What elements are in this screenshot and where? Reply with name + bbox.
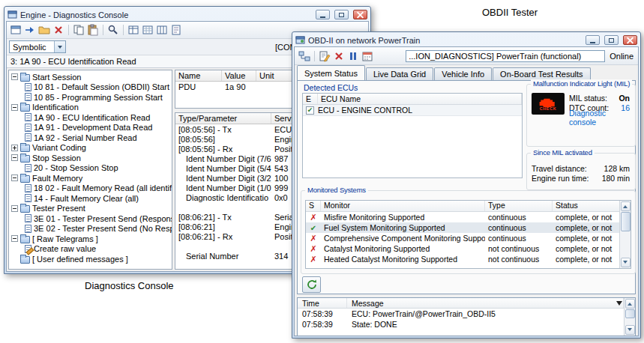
vertical-scrollbar[interactable] (619, 201, 631, 268)
tree-item-label: 20 - Stop Session Stop (34, 163, 118, 172)
tree-item-label: 14 - Fault Memory Clear (all) (34, 194, 139, 203)
find-icon[interactable] (106, 23, 120, 37)
folder-icon (20, 236, 30, 243)
copy-icon[interactable] (72, 23, 85, 37)
toolbar-separator (68, 25, 69, 35)
delete-icon[interactable] (52, 23, 65, 37)
tab-onboard-test-results[interactable]: On-Board Test Results (493, 67, 590, 80)
column-header[interactable]: Time (298, 298, 347, 308)
tree-folder[interactable]: Identification (9, 103, 172, 113)
tree-folder[interactable]: [ Raw Telegrams ] (9, 234, 172, 244)
delete-icon[interactable] (332, 49, 346, 63)
pause-icon[interactable] (346, 49, 360, 63)
report-icon[interactable] (169, 23, 183, 37)
grid-icon[interactable] (141, 23, 154, 37)
since-mil-group: Since MIL activated Travel distance:128 … (526, 153, 636, 190)
column-header[interactable]: ECU Name (318, 94, 522, 104)
title-bar[interactable]: Engine - Diagnostics Console (6, 8, 369, 21)
close-button[interactable] (623, 35, 637, 45)
scroll-down-button[interactable] (621, 258, 631, 267)
document-icon (25, 225, 31, 233)
tab-system-status[interactable]: System Status (297, 65, 365, 80)
scrollbar-thumb[interactable] (621, 212, 631, 231)
tree-folder[interactable]: Fault Memory (9, 173, 172, 183)
log-row[interactable]: 07:58:39ECU: PowerTrain/@PowerTrain_OBD-… (298, 309, 635, 319)
ecu-row[interactable]: ECU - ENGINE CONTROL (303, 105, 522, 116)
expand-icon[interactable] (11, 145, 18, 151)
document-icon (25, 93, 31, 101)
tree-folder[interactable]: Variant Coding (9, 143, 172, 154)
column-header[interactable]: E (303, 94, 318, 104)
column-header[interactable]: Monitor (321, 201, 485, 211)
tab-live-data-grid[interactable]: Live Data Grid (366, 67, 433, 80)
paste-icon[interactable] (86, 23, 100, 37)
tree-folder[interactable]: Stop Session (9, 153, 172, 163)
maximize-icon (339, 13, 344, 17)
tree-item[interactable]: 20 - Stop Session Stop (9, 163, 172, 174)
collapse-icon[interactable] (11, 205, 18, 212)
scrollbar-thumb[interactable] (625, 309, 635, 318)
scroll-up-button[interactable] (625, 299, 635, 309)
minimize-button[interactable] (586, 35, 600, 45)
monitor-row[interactable]: Misfire Monitoring Supportedcontinuousco… (306, 212, 631, 222)
table-icon[interactable] (127, 23, 140, 37)
tree-item[interactable]: 10 85 - Programming Session Start (9, 92, 172, 103)
monitor-row[interactable]: Heated Catalyst Monitoring Supportednot … (306, 254, 631, 264)
collapse-icon[interactable] (11, 174, 18, 181)
column-header[interactable]: Status (553, 201, 619, 211)
send-icon[interactable] (23, 23, 37, 37)
ecu-checkbox-checked[interactable] (306, 106, 314, 115)
symbolic-select[interactable]: Symbolic (9, 40, 66, 53)
tree-folder[interactable]: Tester Present (9, 204, 172, 214)
column-header[interactable]: Message (347, 298, 624, 308)
combo-dropdown-button[interactable] (54, 41, 65, 52)
tree-item[interactable]: Create raw value (9, 244, 172, 255)
tree-item[interactable]: 1A 90 - ECU Identification Read (9, 112, 172, 123)
column-header[interactable]: Name (175, 70, 222, 81)
monitor-type: not continuous (485, 244, 553, 253)
console-icon[interactable] (9, 23, 22, 37)
tab-vehicle-info[interactable]: Vehicle Info (434, 67, 492, 80)
tree-item[interactable]: 1A 92 - Serial Number Read (9, 133, 172, 143)
column-header[interactable]: S (306, 201, 321, 211)
tree-item[interactable]: 3E 01 - Tester Present Send (Response) (9, 213, 172, 224)
refresh-button[interactable] (302, 276, 321, 293)
columns-icon[interactable] (155, 23, 169, 37)
trace-param-cell: Ident Number Digit (5/4) (175, 164, 271, 173)
tree-item[interactable]: 10 81 - Default Session (OBDII) Start (9, 82, 172, 93)
tree-item-label: Variant Coding (32, 143, 86, 152)
close-button[interactable] (353, 10, 367, 19)
maximize-button[interactable] (334, 10, 349, 19)
collapse-icon[interactable] (11, 154, 18, 161)
ecu-list-header: E ECU Name (303, 94, 522, 105)
maximize-button[interactable] (604, 35, 619, 45)
edit-icon[interactable] (318, 49, 331, 63)
column-menu-icon[interactable] (616, 301, 622, 309)
column-header[interactable]: Type/Parameter (175, 113, 271, 124)
connection-field[interactable]: ...ION_DIAGNOSTICS] PowerTrain (function… (406, 50, 605, 62)
calendar-icon[interactable] (361, 49, 374, 63)
monitor-row[interactable]: Catalyst Monitoring Supportednot continu… (306, 243, 631, 254)
column-header[interactable]: Type (485, 201, 553, 211)
scroll-up-button[interactable] (621, 201, 631, 211)
tree-folder[interactable]: [ User defined messages ] (9, 254, 172, 264)
log-row[interactable]: 07:58:39State: DONE (298, 319, 635, 330)
tree-folder[interactable]: Start Session (9, 72, 172, 82)
collapse-icon[interactable] (11, 104, 18, 111)
diagnostic-console-link[interactable]: Diagnostic console (569, 112, 630, 122)
tree-item[interactable]: 3E 02 - Tester Present Send (No Response… (9, 224, 172, 234)
open-icon[interactable] (37, 23, 51, 37)
collapse-icon[interactable] (11, 73, 18, 80)
tree-item[interactable]: 18 02 - Fault Memory Read (all identifie… (9, 183, 172, 194)
monitor-row[interactable]: Comprehensive Component Monitoring Suppo… (306, 233, 631, 243)
minimize-button[interactable] (316, 10, 330, 19)
scroll-down-button[interactable] (625, 325, 635, 335)
column-header[interactable]: Value (222, 70, 256, 81)
monitor-row-selected[interactable]: Fuel System Monitoring Supportedcontinuo… (306, 222, 631, 233)
collapse-icon[interactable] (11, 235, 18, 242)
tree-item[interactable]: 14 - Fault Memory Clear (all) (9, 193, 172, 204)
connect-icon[interactable] (298, 49, 311, 63)
vertical-scrollbar[interactable] (624, 298, 635, 336)
title-bar[interactable]: OBD-II on network PowerTrain (294, 34, 639, 46)
tree-item[interactable]: 1A 91 - Development Data Read (9, 123, 172, 133)
